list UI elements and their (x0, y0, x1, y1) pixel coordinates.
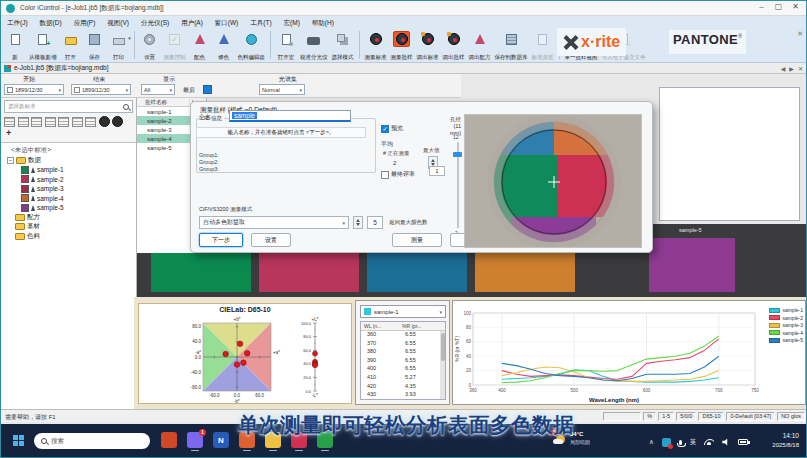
tree-item-no-standard[interactable]: <未选中标准> (1, 146, 136, 156)
measure-batch-button[interactable]: 测量批样 (389, 30, 415, 61)
toolbar-close-icon[interactable]: ✕ (797, 30, 803, 38)
list-small-icon[interactable] (18, 117, 29, 127)
wl-row-6[interactable]: 4204.35 (361, 383, 445, 392)
measure-standard-button[interactable]: 测量标准 (363, 30, 389, 61)
language-indicator[interactable]: 英 (690, 438, 697, 447)
accept-checkbox[interactable] (381, 171, 389, 179)
add-button[interactable]: + (6, 128, 11, 138)
sample-select-dropdown[interactable]: sample-1 ▾ (360, 305, 446, 318)
menu-item-3[interactable]: 视图(V) (101, 16, 135, 29)
dialog-button-2[interactable]: 测量 (392, 233, 442, 247)
windows-start-icon[interactable] (13, 435, 24, 446)
scrollbar-thumb[interactable] (441, 333, 445, 361)
microphone-icon[interactable] (679, 440, 682, 445)
recall-standard-button[interactable]: 调出标准 (415, 30, 441, 61)
spectra-combo[interactable]: Normal ▾ (259, 84, 305, 95)
color-match-button[interactable]: 配色 (188, 30, 212, 61)
recall-recipe-button[interactable]: 调出配方 (467, 30, 493, 61)
tree-sample-5[interactable]: sample-5 (1, 203, 136, 213)
list-medium-icon[interactable] (31, 117, 42, 127)
menu-item-1[interactable]: 数据(D) (34, 16, 68, 29)
wl-row-5[interactable]: 4105.27 (361, 374, 445, 383)
spin-up-icon[interactable] (431, 159, 435, 162)
new-button[interactable]: 新 (3, 30, 27, 61)
preview-checkbox[interactable]: ✓ (381, 125, 389, 133)
taskbar-search-input[interactable]: 搜索 (34, 433, 150, 449)
dialog-button-0[interactable]: 下一步 (199, 233, 243, 247)
list-detail-icon[interactable] (45, 117, 56, 127)
fullname-input[interactable]: sample (229, 110, 351, 122)
tab-next-icon[interactable]: ▶ (789, 65, 794, 72)
save-to-db-button[interactable]: 保存到数据库 (493, 30, 530, 61)
start-date-combo[interactable]: 1899/12/30 ▾ (4, 84, 64, 95)
start-date-checkbox[interactable] (7, 87, 13, 93)
tree-sample-4[interactable]: sample-4 (1, 194, 136, 204)
wl-row-1[interactable]: 3706.55 (361, 340, 445, 349)
open-button[interactable]: 打开 (59, 30, 83, 61)
wl-row-4[interactable]: 4006.55 (361, 365, 445, 374)
dialog-button-1[interactable]: 设置 (251, 233, 291, 247)
taskbar-clock[interactable]: 14:10 2025/8/18 (772, 431, 799, 450)
display-combo[interactable]: All ▾ (141, 84, 175, 95)
battery-icon[interactable] (738, 439, 748, 445)
wl-row-2[interactable]: 3806.55 (361, 348, 445, 357)
spectro-dark-icon[interactable] (99, 116, 110, 127)
color-correct-button[interactable]: 修色 (212, 30, 236, 61)
menu-item-8[interactable]: 宏(M) (278, 16, 306, 29)
wl-row-0[interactable]: 3606.55 (361, 331, 445, 340)
wifi-icon[interactable] (704, 439, 714, 445)
maximize-button[interactable]: ▢ (770, 2, 787, 11)
grid-icon[interactable] (72, 117, 83, 127)
settings-button[interactable]: 设置 (138, 30, 162, 61)
wl-row-7[interactable]: 4303.93 (361, 391, 445, 400)
menu-item-9[interactable]: 帮助(H) (306, 16, 340, 29)
extraction-mode-select[interactable]: 自动多色彩提取 ▾ (199, 216, 349, 229)
close-button[interactable]: ✕ (787, 2, 804, 11)
standard-search-input[interactable]: 选择新标准 (4, 100, 133, 113)
tree-folder-2[interactable]: 色料 (1, 232, 136, 242)
table-scrollbar[interactable] (440, 331, 445, 399)
document-tab[interactable]: e-Job1.jb5 [数据库=bojiang.mdb] (14, 64, 108, 73)
color-count-field[interactable]: 5 (367, 216, 383, 229)
chevron-down-icon[interactable]: ▾ (128, 35, 131, 41)
accept-value-field[interactable]: 1 (429, 166, 445, 176)
taskbar-app-icon-1[interactable] (161, 432, 177, 448)
tray-expand-icon[interactable]: ∧ (649, 438, 654, 446)
tree-sample-2[interactable]: sample-2 (1, 175, 136, 185)
taskbar-app-icon-3[interactable]: N (213, 432, 229, 448)
colorant-editor-button[interactable]: 色料编辑器 (236, 30, 268, 61)
sphere-dark-icon[interactable] (112, 116, 123, 127)
calibrate-spectro-button[interactable]: 校准分光仪 (298, 30, 330, 61)
menu-item-0[interactable]: 工作(J) (1, 16, 34, 29)
aperture-slider-handle[interactable] (453, 152, 462, 157)
print-button[interactable]: ▾打印 (107, 30, 131, 61)
menu-item-7[interactable]: 工具(T) (244, 16, 277, 29)
taskbar-app-icon-2[interactable]: 1 (187, 432, 203, 448)
menu-item-2[interactable]: 应用(P) (68, 16, 102, 29)
open-macro-button[interactable]: 打开宏 (274, 30, 298, 61)
tree-folder-data[interactable]: −数据 (1, 156, 136, 166)
minimize-button[interactable]: – (753, 2, 770, 11)
tray-app-icon[interactable] (662, 438, 671, 447)
save-button[interactable]: 保存 (83, 30, 107, 61)
recall-batch-button[interactable]: 调出批样 (441, 30, 467, 61)
tree-folder-0[interactable]: 配方 (1, 213, 136, 223)
color-count-stepper[interactable] (353, 216, 363, 229)
tree-sample-1[interactable]: sample-1 (1, 165, 136, 175)
spin-up-icon[interactable] (356, 219, 360, 222)
menu-item-4[interactable]: 分光仪(S) (135, 16, 175, 29)
collapse-icon[interactable]: − (7, 157, 14, 164)
spin-down-icon[interactable] (356, 223, 360, 226)
tree-sample-3[interactable]: sample-3 (1, 184, 136, 194)
end-date-combo[interactable]: 1899/12/30 ▾ (71, 84, 131, 95)
collapse-tree-icon[interactable] (4, 117, 15, 127)
tab-close-icon[interactable]: ✕ (798, 65, 803, 72)
volume-icon[interactable] (722, 439, 730, 446)
wl-row-3[interactable]: 3906.55 (361, 357, 445, 366)
new-from-template-button[interactable]: 从模板新增 (27, 30, 59, 61)
tree-folder-1[interactable]: 基材 (1, 222, 136, 232)
menu-item-6[interactable]: 窗口(W) (209, 16, 244, 29)
select-mode-button[interactable]: 选择模式 (330, 30, 356, 61)
end-date-checkbox[interactable] (74, 87, 80, 93)
undo-icon[interactable] (85, 117, 96, 127)
